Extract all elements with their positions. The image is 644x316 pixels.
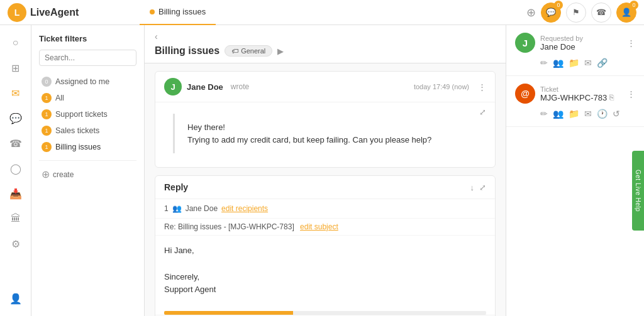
reply-body-line3: Sincerely, <box>164 271 486 284</box>
filters-title: Ticket filters <box>39 34 136 43</box>
logo-text: LiveAgent <box>30 7 79 18</box>
message-line2: Trying to add my credit card, but keep f… <box>187 134 469 146</box>
reply-card: Reply ↓ ⤢ 1 👥 Jane Doe edit recipients R… <box>155 175 496 316</box>
message-wrote: wrote <box>231 82 249 91</box>
ticket-refresh-icon[interactable]: ↺ <box>613 109 620 119</box>
ticket-title: Billing issues <box>155 45 219 57</box>
sidebar-icon-user[interactable]: 👤 <box>4 287 27 310</box>
tag-label: General <box>241 47 265 55</box>
requester-section: J Requested by Jane Doe ⋮ ✏ 👥 📁 ✉ 🔗 <box>506 25 644 76</box>
phone-icon: ☎ <box>596 8 606 17</box>
ticket-email-icon[interactable]: ✉ <box>584 109 592 119</box>
requester-folder-icon[interactable]: 📁 <box>569 58 579 68</box>
sidebar-icon-chat[interactable]: 💬 <box>4 107 27 129</box>
requester-email-icon[interactable]: ✉ <box>584 58 592 68</box>
logo-icon: L <box>8 3 26 22</box>
filter-support-tickets[interactable]: 1 Support tickets <box>39 106 136 123</box>
reply-body-line4: Support Agent <box>164 283 486 297</box>
edit-recipients-link[interactable]: edit recipients <box>221 204 268 213</box>
sidebar-icon-grid[interactable]: ⊞ <box>4 57 27 79</box>
phone-nav-btn[interactable]: ☎ <box>591 3 611 23</box>
ticket-menu-icon[interactable]: ⋮ <box>627 89 635 99</box>
filter-billing-label: Billing issues <box>55 143 101 151</box>
add-icon[interactable]: ⊕ <box>526 6 536 19</box>
sidebar-icons: ○ ⊞ ✉ 💬 ☎ ◯ 📥 🏛 ⚙ 👤 <box>0 25 31 316</box>
sidebar-icon-email[interactable]: ✉ <box>4 82 27 104</box>
reply-arrow-down-icon[interactable]: ↓ <box>470 183 475 192</box>
reply-subject: Re: Billing issues - [MJG-WHKPC-783] edi… <box>155 219 495 236</box>
ticket-id: MJG-WHKPC-783 <box>540 93 607 102</box>
edit-subject-link[interactable]: edit subject <box>300 222 338 231</box>
filter-support-label: Support tickets <box>55 110 108 119</box>
ticket-clock-icon[interactable]: 🕐 <box>597 109 608 119</box>
chat-badge: 0 <box>554 1 563 9</box>
requester-info: Requested by Jane Doe <box>540 35 583 52</box>
requester-link-icon[interactable]: 🔗 <box>597 58 608 68</box>
reply-recipient-icon: 👥 <box>172 204 182 213</box>
reply-header-icons: ↓ ⤢ <box>470 183 487 192</box>
back-button[interactable]: ‹ <box>155 31 496 41</box>
user-nav-btn[interactable]: 👤 0 <box>616 3 636 23</box>
message-author: Jane Doe <box>187 82 223 92</box>
sidebar-icon-phone[interactable]: ☎ <box>4 132 27 155</box>
chat-nav-btn[interactable]: 💬 0 <box>541 3 561 23</box>
ticket-row: @ Ticket MJG-WHKPC-783 ⎘ ⋮ <box>515 84 635 104</box>
ticket-folder-icon[interactable]: 📁 <box>569 109 579 119</box>
message-card: J Jane Doe wrote today 17:49 (now) ⋮ ⤢ H… <box>155 71 496 168</box>
logo-area: L LiveAgent <box>8 3 133 22</box>
sidebar-icon-check[interactable]: ○ <box>4 31 27 54</box>
sidebar-icon-building[interactable]: 🏛 <box>4 207 27 230</box>
sales-badge: 1 <box>42 126 52 136</box>
reply-fullscreen-icon[interactable]: ⤢ <box>479 183 486 192</box>
reply-header: Reply ↓ ⤢ <box>155 176 495 199</box>
copy-icon[interactable]: ⎘ <box>609 93 614 102</box>
message-line1: Hey there! <box>187 121 469 134</box>
filter-all[interactable]: 1 All <box>39 90 136 106</box>
requester-menu-icon[interactable]: ⋮ <box>627 38 635 48</box>
sidebar-icon-inbox[interactable]: 📥 <box>4 182 27 205</box>
ticket-info: Ticket MJG-WHKPC-783 ⎘ <box>540 85 614 102</box>
filter-sales-tickets[interactable]: 1 Sales tickets <box>39 123 136 139</box>
ticket-label: Ticket <box>540 85 614 93</box>
navbar: L LiveAgent Billing issues ⊕ 💬 0 ⚑ ☎ 👤 0 <box>0 0 644 25</box>
reply-recipient-name: Jane Doe <box>186 204 218 213</box>
message-time: today 17:49 (now) <box>414 83 469 90</box>
requester-action-icons: ✏ 👥 📁 ✉ 🔗 <box>515 58 635 68</box>
user-badge: 0 <box>630 1 638 9</box>
live-help-tab[interactable]: Get Live Help <box>632 151 644 231</box>
ticket-section: @ Ticket MJG-WHKPC-783 ⎘ ⋮ ✏ 👥 📁 ✉ 🕐 ↺ <box>506 76 644 127</box>
filter-assigned-to-me[interactable]: 0 Assigned to me <box>39 74 136 90</box>
nav-tab-label: Billing issues <box>158 7 206 16</box>
flag-icon: ⚑ <box>572 8 580 17</box>
message-body: Hey there! Trying to add my credit card,… <box>173 114 477 153</box>
ticket-title-row: Billing issues 🏷 General ▶ <box>155 45 496 57</box>
requested-by-label: Requested by <box>540 35 583 42</box>
ticket-id-row: MJG-WHKPC-783 ⎘ <box>540 93 614 102</box>
flag-nav-btn[interactable]: ⚑ <box>566 3 586 23</box>
ticket-group-icon[interactable]: 👥 <box>553 109 564 119</box>
requester-edit-icon[interactable]: ✏ <box>540 58 548 68</box>
reply-recipient-count: 1 <box>164 204 169 213</box>
ticket-action-icon[interactable]: ▶ <box>277 46 284 56</box>
message-header: J Jane Doe wrote today 17:49 (now) ⋮ <box>155 72 495 102</box>
requester-group-icon[interactable]: 👥 <box>553 58 564 68</box>
nav-active-tab[interactable]: Billing issues <box>140 0 216 25</box>
reply-title: Reply <box>164 182 188 192</box>
ticket-header: ‹ Billing issues 🏷 General ▶ <box>145 25 506 63</box>
message-expand-icon[interactable]: ⤢ <box>479 107 486 117</box>
ticket-edit-icon[interactable]: ✏ <box>540 109 548 119</box>
sidebar-icon-settings[interactable]: ⚙ <box>4 232 27 255</box>
ticket-avatar: @ <box>515 84 535 104</box>
message-avatar: J <box>164 78 182 95</box>
create-button[interactable]: ⊕ create <box>39 166 136 183</box>
navbar-right: ⊕ 💬 0 ⚑ ☎ 👤 0 <box>526 3 636 23</box>
reply-body-line1: Hi Jane, <box>164 244 486 258</box>
filter-billing-issues[interactable]: 1 Billing issues <box>39 139 136 155</box>
ticket-content: ‹ Billing issues 🏷 General ▶ J Jane Doe … <box>145 25 506 316</box>
reply-body[interactable]: Hi Jane, Sincerely, Support Agent <box>155 236 495 311</box>
sidebar-icon-reports[interactable]: ◯ <box>4 157 27 180</box>
nav-tab-dot <box>150 9 155 14</box>
message-menu-icon[interactable]: ⋮ <box>478 82 486 92</box>
requester-row: J Requested by Jane Doe ⋮ <box>515 33 635 53</box>
filters-search-input[interactable] <box>39 50 136 66</box>
